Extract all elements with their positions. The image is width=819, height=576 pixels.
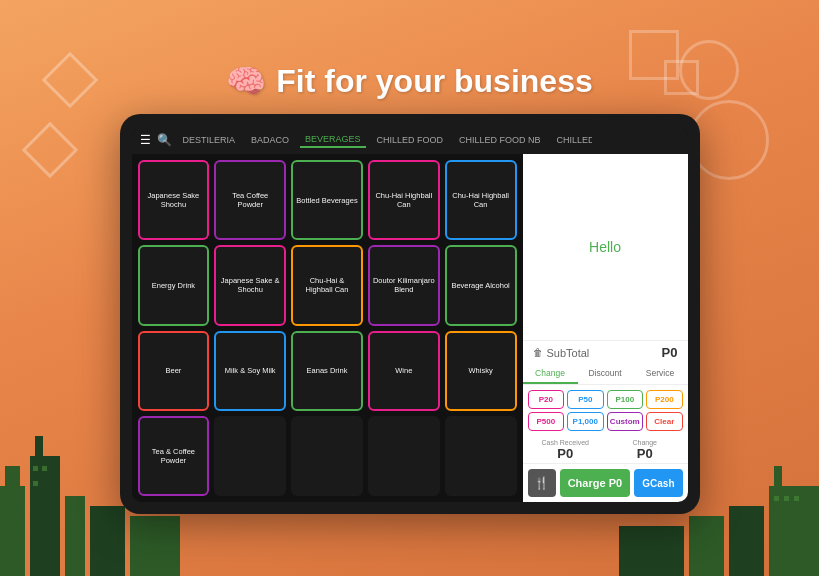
- svg-rect-0: [0, 486, 25, 576]
- product-item[interactable]: Wine: [368, 331, 440, 411]
- svg-rect-17: [794, 496, 799, 501]
- svg-rect-15: [774, 496, 779, 501]
- fork-button[interactable]: 🍴: [528, 469, 556, 497]
- nav-tab-destileria[interactable]: DESTILERIA: [178, 133, 241, 147]
- amount-p200[interactable]: P200: [646, 390, 683, 409]
- svg-rect-4: [65, 496, 85, 576]
- quick-row-1: P20 P50 P100 P200: [528, 390, 683, 409]
- cash-received-col: Cash Received P0: [531, 439, 601, 461]
- pos-tabs: Change Discount Service: [523, 364, 688, 385]
- tab-discount[interactable]: Discount: [578, 364, 633, 384]
- svg-rect-16: [784, 496, 789, 501]
- tab-change[interactable]: Change: [523, 364, 578, 384]
- trash-icon[interactable]: 🗑: [533, 347, 543, 358]
- nav-tab-badaco[interactable]: BADACO: [246, 133, 294, 147]
- svg-rect-12: [689, 516, 724, 576]
- nav-tab-chilled-food-nb[interactable]: CHILLED FOOD NB: [454, 133, 546, 147]
- nav-tab-chilled-frozen[interactable]: CHILLED FROZEN: [552, 133, 592, 147]
- subtotal-row: 🗑 SubTotal P0: [523, 340, 688, 364]
- search-icon[interactable]: 🔍: [157, 133, 172, 147]
- product-item[interactable]: Whisky: [445, 331, 517, 411]
- brain-icon: 🧠: [226, 62, 266, 100]
- cash-info: Cash Received P0 Change P0: [523, 437, 688, 463]
- product-item[interactable]: [291, 416, 363, 496]
- products-panel: Japanese Sake ShochuTea Coffee PowderBot…: [132, 154, 523, 502]
- product-item[interactable]: Beverage Alcohol: [445, 245, 517, 325]
- svg-rect-13: [619, 526, 684, 576]
- product-item[interactable]: Japanese Sake Shochu: [138, 160, 210, 240]
- amount-p20[interactable]: P20: [528, 390, 565, 409]
- change-label: Change: [610, 439, 680, 446]
- amount-custom[interactable]: Custom: [607, 412, 644, 431]
- product-item[interactable]: Chu-Hai Highball Can: [445, 160, 517, 240]
- change-col: Change P0: [610, 439, 680, 461]
- product-item[interactable]: [214, 416, 286, 496]
- svg-rect-10: [769, 486, 819, 576]
- svg-rect-7: [33, 466, 38, 471]
- quick-row-2: P500 P1,000 Custom Clear: [528, 412, 683, 431]
- product-item[interactable]: Tea Coffee Powder: [214, 160, 286, 240]
- svg-rect-8: [42, 466, 47, 471]
- amount-p100[interactable]: P100: [607, 390, 644, 409]
- product-item[interactable]: Energy Drink: [138, 245, 210, 325]
- top-navigation: ☰ 🔍 DESTILERIA BADACO BEVERAGES CHILLED …: [132, 126, 688, 154]
- svg-rect-9: [33, 481, 38, 486]
- amount-p50[interactable]: P50: [567, 390, 604, 409]
- tablet-frame: ☰ 🔍 DESTILERIA BADACO BEVERAGES CHILLED …: [120, 114, 700, 514]
- product-item[interactable]: [445, 416, 517, 496]
- subtotal-label: 🗑 SubTotal: [533, 347, 590, 359]
- change-value: P0: [610, 446, 680, 461]
- amount-p1000[interactable]: P1,000: [567, 412, 604, 431]
- amount-clear[interactable]: Clear: [646, 412, 683, 431]
- tablet-screen: ☰ 🔍 DESTILERIA BADACO BEVERAGES CHILLED …: [132, 126, 688, 502]
- svg-rect-1: [5, 466, 20, 486]
- main-content: Japanese Sake ShochuTea Coffee PowderBot…: [132, 154, 688, 502]
- product-item[interactable]: Doutor Kilimanjaro Blend: [368, 245, 440, 325]
- subtotal-value: P0: [662, 345, 678, 360]
- product-item[interactable]: Japanese Sake & Shochu: [214, 245, 286, 325]
- svg-rect-6: [130, 516, 180, 576]
- page-header: 🧠 Fit for your business: [226, 62, 592, 100]
- product-item[interactable]: [368, 416, 440, 496]
- amount-p500[interactable]: P500: [528, 412, 565, 431]
- svg-rect-11: [729, 506, 764, 576]
- svg-rect-2: [30, 456, 60, 576]
- nav-tab-chilled-food[interactable]: CHILLED FOOD: [372, 133, 449, 147]
- pos-greeting: Hello: [523, 154, 688, 340]
- charge-row: 🍴 Charge P0 GCash: [523, 463, 688, 502]
- product-item[interactable]: Milk & Soy Milk: [214, 331, 286, 411]
- charge-button[interactable]: Charge P0: [560, 469, 631, 497]
- product-item[interactable]: Tea & Coffee Powder: [138, 416, 210, 496]
- menu-icon[interactable]: ☰: [140, 133, 151, 147]
- product-item[interactable]: Beer: [138, 331, 210, 411]
- svg-rect-3: [35, 436, 43, 456]
- nav-tab-beverages[interactable]: BEVERAGES: [300, 132, 366, 148]
- cash-received-label: Cash Received: [531, 439, 601, 446]
- svg-rect-5: [90, 506, 125, 576]
- cash-received-value: P0: [531, 446, 601, 461]
- product-item[interactable]: Eanas Drink: [291, 331, 363, 411]
- tab-service[interactable]: Service: [633, 364, 688, 384]
- product-item[interactable]: Chu-Hai & Highball Can: [291, 245, 363, 325]
- svg-rect-14: [774, 466, 782, 486]
- quick-amounts: P20 P50 P100 P200 P500 P1,000 Custom Cle…: [523, 385, 688, 437]
- pos-panel: Hello 🗑 SubTotal P0 Change Discount Serv…: [523, 154, 688, 502]
- product-item[interactable]: Bottled Beverages: [291, 160, 363, 240]
- page-title: Fit for your business: [276, 63, 592, 100]
- product-item[interactable]: Chu-Hai Highball Can: [368, 160, 440, 240]
- gcash-button[interactable]: GCash: [634, 469, 682, 497]
